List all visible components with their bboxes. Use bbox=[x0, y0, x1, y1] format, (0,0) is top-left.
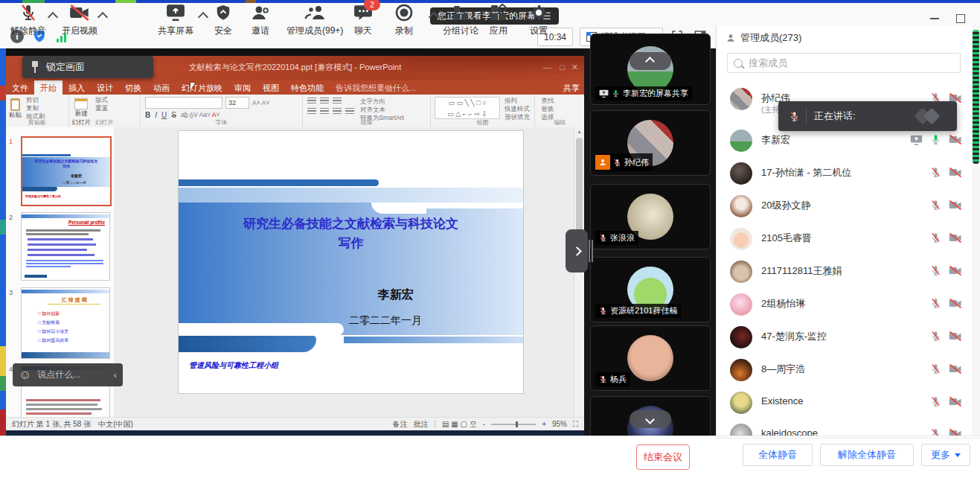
shapes-gallery[interactable]: ▭ ▭ ╲ ╲ □ ○▭ △ ⌐ ⌐ ⇨ ⇩ bbox=[435, 97, 500, 119]
member-row[interactable]: 8—周宇浩 bbox=[717, 357, 973, 387]
zoom-level[interactable]: 95% bbox=[552, 420, 567, 428]
lock-view-tooltip[interactable]: 锁定画面 bbox=[22, 56, 153, 78]
breakout-rooms-button[interactable]: 分组讨论 bbox=[443, 3, 478, 37]
current-slide[interactable]: 研究生必备技能之文献检索与科技论文写作 李新宏 二零二二年一月 管道风险与可靠性… bbox=[179, 131, 523, 393]
arrange-button[interactable]: 排列 bbox=[505, 97, 530, 105]
invite-button[interactable]: 邀请 bbox=[251, 3, 270, 37]
align-center-icon[interactable] bbox=[320, 108, 329, 115]
security-button[interactable]: 安全 bbox=[214, 3, 232, 37]
member-row[interactable]: Existence bbox=[717, 390, 973, 420]
member-row[interactable]: 2105毛睿晋 bbox=[717, 226, 973, 256]
align-text-button[interactable]: 对齐文本 bbox=[360, 106, 404, 114]
mute-all-button[interactable]: 全体静音 bbox=[743, 444, 813, 466]
tab-view[interactable]: 视图 bbox=[257, 80, 285, 95]
video-tile[interactable]: 张浪浪 bbox=[590, 184, 711, 249]
bullets-icon[interactable] bbox=[307, 98, 316, 104]
record-button[interactable]: 录制 bbox=[395, 3, 413, 37]
tab-tell-me[interactable]: 告诉我您想要做什么... bbox=[330, 80, 422, 95]
indent-icon[interactable] bbox=[333, 98, 342, 104]
avatar bbox=[730, 195, 752, 217]
tab-animations[interactable]: 动画 bbox=[147, 80, 176, 95]
avatar bbox=[730, 228, 752, 250]
text-direction-button[interactable]: 文字方向 bbox=[360, 98, 404, 106]
member-row[interactable]: 2117112811王雅娟 bbox=[717, 259, 973, 289]
layout-button[interactable]: 版式 bbox=[95, 96, 108, 104]
zoom-out-button[interactable]: - bbox=[483, 420, 485, 428]
tiles-scroll-down-button[interactable] bbox=[630, 410, 671, 428]
members-icon bbox=[304, 4, 325, 22]
tab-insert[interactable]: 插入 bbox=[63, 80, 91, 95]
view-buttons[interactable]: ▤ ▦ ▢ 모 bbox=[442, 419, 477, 430]
member-search[interactable] bbox=[727, 53, 961, 73]
paste-button[interactable]: 粘贴 bbox=[9, 96, 22, 121]
ppt-minimize-icon[interactable]: — bbox=[543, 63, 551, 71]
tab-file[interactable]: 文件 bbox=[6, 80, 34, 95]
chat-placeholder[interactable]: 说点什么... bbox=[37, 369, 107, 381]
scroll-up-icon[interactable]: ▲ bbox=[577, 129, 582, 134]
tab-home[interactable]: 开始 bbox=[34, 80, 63, 95]
member-row[interactable]: 2组杨怡琳 bbox=[717, 292, 973, 322]
tiles-scroll-up-button[interactable] bbox=[630, 52, 671, 70]
chat-button[interactable]: 2 聊天 bbox=[353, 3, 373, 37]
numbering-icon[interactable] bbox=[320, 98, 329, 104]
replace-button[interactable]: 替换 bbox=[541, 105, 578, 113]
ppt-close-icon[interactable]: ✕ bbox=[571, 63, 578, 72]
unmute-all-button[interactable]: 解除全体静音 bbox=[820, 444, 914, 466]
share-screen-label: 共享屏幕 bbox=[158, 25, 193, 37]
tab-review[interactable]: 审阅 bbox=[228, 80, 257, 95]
more-button[interactable]: 更多 bbox=[921, 444, 970, 466]
align-left-icon[interactable] bbox=[307, 108, 316, 115]
unmute-button[interactable]: 解除静音 bbox=[10, 3, 46, 37]
fit-slide-icon[interactable]: ⛶ bbox=[573, 420, 578, 429]
copy-button[interactable]: 复制 bbox=[26, 104, 45, 112]
video-tile[interactable]: 杨兵 bbox=[590, 325, 711, 391]
maximize-button[interactable] bbox=[951, 13, 970, 25]
quick-styles-button[interactable]: 快速样式 bbox=[505, 105, 530, 113]
zoom-slider[interactable] bbox=[491, 424, 536, 425]
font-size-box[interactable]: 32 bbox=[225, 97, 249, 109]
member-row[interactable]: 47-楚润东-监控 bbox=[717, 325, 973, 354]
cut-button[interactable]: 剪切 bbox=[26, 96, 45, 104]
apps-button[interactable]: 应用 bbox=[490, 3, 507, 37]
tiles-collapse-handle[interactable] bbox=[566, 229, 588, 273]
font-name-box[interactable] bbox=[145, 97, 222, 109]
collapse-chat-icon[interactable]: ‹ bbox=[114, 369, 117, 380]
ppt-maximize-icon[interactable]: □ bbox=[560, 63, 565, 71]
emoji-icon[interactable]: ☺ bbox=[19, 369, 31, 381]
member-row[interactable]: 20级孙文静 bbox=[717, 194, 973, 223]
settings-button[interactable]: 设置 bbox=[530, 3, 548, 37]
video-tile[interactable]: 资源研2101薛佳楠 bbox=[590, 257, 711, 322]
ppt-share-button[interactable]: 共享 bbox=[563, 83, 580, 94]
slide-scrollbar[interactable]: ▲ ▼ bbox=[574, 127, 585, 453]
member-row[interactable]: 17-孙怡潇 - 第二机位 bbox=[717, 161, 973, 191]
tab-special-features[interactable]: 特色功能 bbox=[285, 80, 330, 95]
comments-toggle[interactable]: 批注 bbox=[414, 419, 429, 430]
zoom-in-button[interactable]: + bbox=[542, 420, 546, 428]
slide-thumbnail-3[interactable]: 汇 报 提 纲 □ 如何创新 □ 文献检索 □ 如何写小论文 □ 如何提高效率 bbox=[21, 287, 110, 359]
slide-thumbnail-1[interactable]: 研究生必备技能之文献检索与科技论文写作 李新宏 二零二二年一月 管道风险与可靠性… bbox=[21, 136, 112, 206]
manage-members-button[interactable]: 管理成员(99+) bbox=[286, 3, 343, 37]
member-list-scrollbar[interactable] bbox=[972, 25, 980, 436]
reset-button[interactable]: 重置 bbox=[95, 104, 108, 112]
minimize-button[interactable] bbox=[925, 13, 944, 25]
tab-design[interactable]: 设计 bbox=[91, 80, 119, 95]
chat-quick-input[interactable]: ☺ 说点什么... ‹ bbox=[13, 363, 123, 386]
align-right-icon[interactable] bbox=[333, 108, 342, 115]
start-video-button[interactable]: 开启视频 bbox=[62, 3, 97, 37]
tab-transitions[interactable]: 切换 bbox=[119, 80, 147, 95]
language-label: 中文(中国) bbox=[98, 419, 133, 430]
tab-slideshow[interactable]: 幻灯片放映 bbox=[176, 80, 228, 95]
video-tile[interactable]: 孙纪伟 bbox=[590, 110, 711, 176]
justify-icon[interactable] bbox=[345, 108, 354, 115]
share-screen-button[interactable]: 共享屏幕 bbox=[158, 3, 193, 37]
slide-deco-notch bbox=[426, 203, 523, 208]
end-meeting-button[interactable]: 结束会议 bbox=[636, 444, 690, 470]
notes-toggle[interactable]: 备注 bbox=[393, 419, 408, 430]
search-input[interactable] bbox=[747, 57, 954, 69]
find-button[interactable]: 查找 bbox=[541, 97, 578, 105]
slide-thumbnail-2[interactable]: Personal profile bbox=[21, 212, 110, 281]
record-label: 录制 bbox=[395, 25, 413, 37]
scrollbar-thumb[interactable] bbox=[973, 30, 979, 164]
member-row[interactable]: 李新宏 bbox=[717, 128, 973, 158]
chevron-right-icon bbox=[572, 246, 582, 256]
